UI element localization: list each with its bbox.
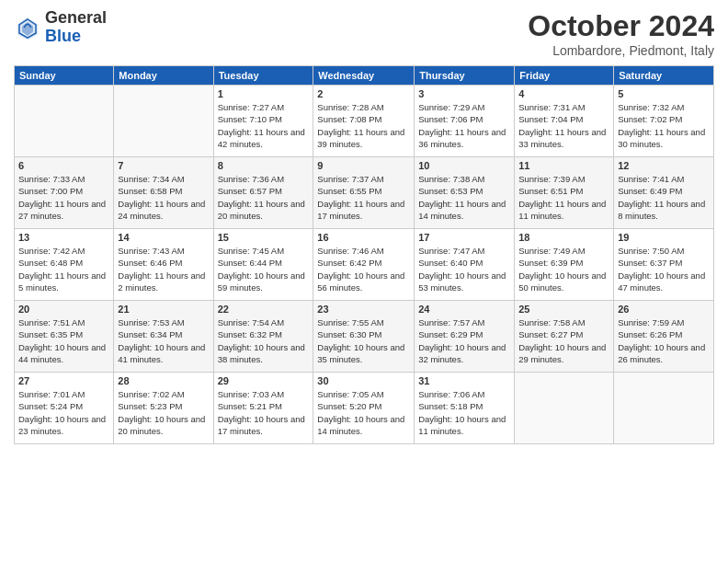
day-cell: 6Sunrise: 7:33 AM Sunset: 7:00 PM Daylig… xyxy=(15,157,114,229)
day-info: Sunrise: 7:32 AM Sunset: 7:02 PM Dayligh… xyxy=(618,101,710,150)
day-number: 16 xyxy=(317,232,410,243)
day-number: 3 xyxy=(418,88,510,99)
header-row: SundayMondayTuesdayWednesdayThursdayFrid… xyxy=(15,66,714,86)
day-info: Sunrise: 7:41 AM Sunset: 6:49 PM Dayligh… xyxy=(618,173,710,222)
day-info: Sunrise: 7:57 AM Sunset: 6:29 PM Dayligh… xyxy=(418,316,510,365)
day-info: Sunrise: 7:47 AM Sunset: 6:40 PM Dayligh… xyxy=(418,245,510,293)
day-info: Sunrise: 7:29 AM Sunset: 7:06 PM Dayligh… xyxy=(418,101,510,150)
day-info: Sunrise: 7:42 AM Sunset: 6:48 PM Dayligh… xyxy=(18,245,109,293)
day-info: Sunrise: 7:36 AM Sunset: 6:57 PM Dayligh… xyxy=(218,173,310,222)
day-info: Sunrise: 7:55 AM Sunset: 6:30 PM Dayligh… xyxy=(317,316,410,365)
day-number: 20 xyxy=(18,304,109,315)
day-cell: 4Sunrise: 7:31 AM Sunset: 7:04 PM Daylig… xyxy=(515,86,614,157)
day-info: Sunrise: 7:49 AM Sunset: 6:39 PM Dayligh… xyxy=(518,245,609,293)
day-number: 19 xyxy=(618,232,710,243)
month-title: October 2024 xyxy=(528,9,714,43)
day-number: 15 xyxy=(218,232,310,243)
day-number: 2 xyxy=(317,88,410,99)
day-info: Sunrise: 7:43 AM Sunset: 6:46 PM Dayligh… xyxy=(118,245,209,293)
day-cell: 23Sunrise: 7:55 AM Sunset: 6:30 PM Dayli… xyxy=(313,301,415,373)
day-cell: 12Sunrise: 7:41 AM Sunset: 6:49 PM Dayli… xyxy=(614,157,714,229)
day-info: Sunrise: 7:53 AM Sunset: 6:34 PM Dayligh… xyxy=(118,316,209,365)
day-cell: 3Sunrise: 7:29 AM Sunset: 7:06 PM Daylig… xyxy=(415,86,515,157)
week-row-3: 13Sunrise: 7:42 AM Sunset: 6:48 PM Dayli… xyxy=(15,229,714,301)
day-cell: 13Sunrise: 7:42 AM Sunset: 6:48 PM Dayli… xyxy=(15,229,114,301)
day-cell: 21Sunrise: 7:53 AM Sunset: 6:34 PM Dayli… xyxy=(114,301,213,373)
day-header-saturday: Saturday xyxy=(614,66,714,86)
day-number: 23 xyxy=(317,304,410,315)
day-info: Sunrise: 7:28 AM Sunset: 7:08 PM Dayligh… xyxy=(317,101,410,150)
day-cell: 20Sunrise: 7:51 AM Sunset: 6:35 PM Dayli… xyxy=(15,301,114,373)
day-cell: 28Sunrise: 7:02 AM Sunset: 5:23 PM Dayli… xyxy=(114,373,213,444)
day-number: 7 xyxy=(118,160,209,171)
day-info: Sunrise: 7:02 AM Sunset: 5:23 PM Dayligh… xyxy=(118,388,209,437)
week-row-4: 20Sunrise: 7:51 AM Sunset: 6:35 PM Dayli… xyxy=(15,301,714,373)
day-cell: 17Sunrise: 7:47 AM Sunset: 6:40 PM Dayli… xyxy=(415,229,515,301)
day-cell: 7Sunrise: 7:34 AM Sunset: 6:58 PM Daylig… xyxy=(114,157,213,229)
day-cell: 9Sunrise: 7:37 AM Sunset: 6:55 PM Daylig… xyxy=(313,157,415,229)
day-number: 18 xyxy=(518,232,609,243)
day-number: 22 xyxy=(218,304,310,315)
day-cell: 14Sunrise: 7:43 AM Sunset: 6:46 PM Dayli… xyxy=(114,229,213,301)
day-cell: 30Sunrise: 7:05 AM Sunset: 5:20 PM Dayli… xyxy=(313,373,415,444)
day-number: 9 xyxy=(317,160,410,171)
day-cell: 27Sunrise: 7:01 AM Sunset: 5:24 PM Dayli… xyxy=(15,373,114,444)
calendar-thead: SundayMondayTuesdayWednesdayThursdayFrid… xyxy=(15,66,714,86)
day-info: Sunrise: 7:34 AM Sunset: 6:58 PM Dayligh… xyxy=(118,173,209,222)
day-number: 5 xyxy=(618,88,710,99)
title-block: October 2024 Lombardore, Piedmont, Italy xyxy=(528,9,714,58)
day-info: Sunrise: 7:06 AM Sunset: 5:18 PM Dayligh… xyxy=(418,388,510,437)
day-header-thursday: Thursday xyxy=(415,66,515,86)
day-number: 12 xyxy=(618,160,710,171)
day-number: 13 xyxy=(18,232,109,243)
day-number: 14 xyxy=(118,232,209,243)
day-cell xyxy=(614,373,714,444)
day-info: Sunrise: 7:33 AM Sunset: 7:00 PM Dayligh… xyxy=(18,173,109,222)
day-number: 29 xyxy=(218,375,310,386)
day-info: Sunrise: 7:58 AM Sunset: 6:27 PM Dayligh… xyxy=(518,316,609,365)
day-cell: 8Sunrise: 7:36 AM Sunset: 6:57 PM Daylig… xyxy=(213,157,313,229)
day-number: 10 xyxy=(418,160,510,171)
location: Lombardore, Piedmont, Italy xyxy=(528,43,714,58)
day-info: Sunrise: 7:50 AM Sunset: 6:37 PM Dayligh… xyxy=(618,245,710,293)
day-info: Sunrise: 7:51 AM Sunset: 6:35 PM Dayligh… xyxy=(18,316,109,365)
day-cell xyxy=(114,86,213,157)
day-number: 1 xyxy=(218,88,310,99)
day-info: Sunrise: 7:03 AM Sunset: 5:21 PM Dayligh… xyxy=(218,388,310,437)
day-cell: 26Sunrise: 7:59 AM Sunset: 6:26 PM Dayli… xyxy=(614,301,714,373)
day-number: 26 xyxy=(618,304,710,315)
calendar-body: 1Sunrise: 7:27 AM Sunset: 7:10 PM Daylig… xyxy=(15,86,714,444)
day-header-monday: Monday xyxy=(114,66,213,86)
day-info: Sunrise: 7:45 AM Sunset: 6:44 PM Dayligh… xyxy=(218,245,310,293)
day-number: 31 xyxy=(418,375,510,386)
logo-text: General Blue xyxy=(45,9,107,46)
calendar-table: SundayMondayTuesdayWednesdayThursdayFrid… xyxy=(14,65,714,444)
day-number: 17 xyxy=(418,232,510,243)
day-header-friday: Friday xyxy=(515,66,614,86)
week-row-5: 27Sunrise: 7:01 AM Sunset: 5:24 PM Dayli… xyxy=(15,373,714,444)
week-row-1: 1Sunrise: 7:27 AM Sunset: 7:10 PM Daylig… xyxy=(15,86,714,157)
day-cell: 11Sunrise: 7:39 AM Sunset: 6:51 PM Dayli… xyxy=(515,157,614,229)
day-cell: 2Sunrise: 7:28 AM Sunset: 7:08 PM Daylig… xyxy=(313,86,415,157)
day-cell: 29Sunrise: 7:03 AM Sunset: 5:21 PM Dayli… xyxy=(213,373,313,444)
day-cell: 24Sunrise: 7:57 AM Sunset: 6:29 PM Dayli… xyxy=(415,301,515,373)
day-info: Sunrise: 7:54 AM Sunset: 6:32 PM Dayligh… xyxy=(218,316,310,365)
day-number: 6 xyxy=(18,160,109,171)
day-cell: 1Sunrise: 7:27 AM Sunset: 7:10 PM Daylig… xyxy=(213,86,313,157)
day-info: Sunrise: 7:37 AM Sunset: 6:55 PM Dayligh… xyxy=(317,173,410,222)
day-header-tuesday: Tuesday xyxy=(213,66,313,86)
day-number: 11 xyxy=(518,160,609,171)
day-cell: 25Sunrise: 7:58 AM Sunset: 6:27 PM Dayli… xyxy=(515,301,614,373)
day-cell: 22Sunrise: 7:54 AM Sunset: 6:32 PM Dayli… xyxy=(213,301,313,373)
day-header-wednesday: Wednesday xyxy=(313,66,415,86)
day-info: Sunrise: 7:01 AM Sunset: 5:24 PM Dayligh… xyxy=(18,388,109,437)
logo: General Blue xyxy=(14,9,107,46)
day-number: 21 xyxy=(118,304,209,315)
day-cell: 15Sunrise: 7:45 AM Sunset: 6:44 PM Dayli… xyxy=(213,229,313,301)
day-number: 4 xyxy=(518,88,609,99)
day-info: Sunrise: 7:31 AM Sunset: 7:04 PM Dayligh… xyxy=(518,101,609,150)
week-row-2: 6Sunrise: 7:33 AM Sunset: 7:00 PM Daylig… xyxy=(15,157,714,229)
day-number: 30 xyxy=(317,375,410,386)
day-number: 25 xyxy=(518,304,609,315)
day-info: Sunrise: 7:46 AM Sunset: 6:42 PM Dayligh… xyxy=(317,245,410,293)
